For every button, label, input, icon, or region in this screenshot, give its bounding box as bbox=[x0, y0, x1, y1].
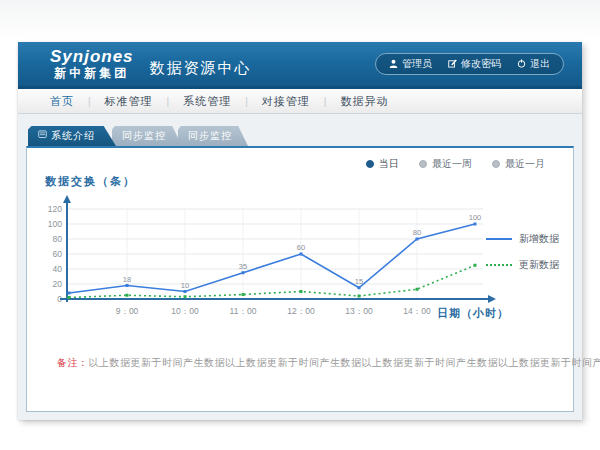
tab-bar: 系统介绍 同步监控 同步监控 bbox=[28, 126, 574, 146]
svg-text:80: 80 bbox=[413, 228, 421, 237]
footnote: 备注：以上数据更新于时间产生数据以上数据更新于时间产生数据以上数据更新于时间产生… bbox=[57, 356, 600, 370]
chart-panel: 当日 最近一周 最近一月 数据交换（条） 0204060801001209：00… bbox=[26, 146, 574, 412]
dotted-line-swatch-icon bbox=[486, 264, 512, 266]
tab-label: 同步监控 bbox=[188, 126, 232, 146]
svg-text:60: 60 bbox=[53, 249, 63, 259]
current-user-label: 管理员 bbox=[402, 57, 432, 71]
legend-label: 新增数据 bbox=[519, 232, 559, 246]
svg-text:40: 40 bbox=[53, 264, 63, 274]
svg-text:80: 80 bbox=[53, 234, 63, 244]
nav-item-home[interactable]: 首页 bbox=[36, 94, 88, 109]
app-window: Synjones 新中新集团 数据资源中心 管理员 修改密码 退出 bbox=[18, 42, 582, 420]
svg-text:100: 100 bbox=[48, 219, 62, 229]
nav-item-system-mgmt[interactable]: 系统管理 bbox=[169, 94, 245, 109]
page-title: 数据资源中心 bbox=[150, 51, 252, 78]
change-password-label: 修改密码 bbox=[461, 57, 501, 71]
nav-item-data-change[interactable]: 数据异动 bbox=[326, 94, 402, 109]
power-icon bbox=[517, 59, 526, 70]
svg-text:12：00: 12：00 bbox=[287, 306, 315, 316]
svg-text:9：00: 9：00 bbox=[116, 306, 139, 316]
svg-text:10：00: 10：00 bbox=[171, 306, 199, 316]
range-radio-group: 当日 最近一周 最近一月 bbox=[366, 157, 545, 171]
tab-sync-monitor-1[interactable]: 同步监控 bbox=[112, 126, 182, 146]
nav-item-interface-mgmt[interactable]: 对接管理 bbox=[248, 94, 324, 109]
app-header: Synjones 新中新集团 数据资源中心 管理员 修改密码 退出 bbox=[18, 42, 582, 89]
logo-text-en: Synjones bbox=[50, 48, 134, 67]
logout-label: 退出 bbox=[530, 57, 550, 71]
main-nav: 首页 | 标准管理 | 系统管理 | 对接管理 | 数据异动 bbox=[18, 89, 582, 114]
y-axis-title: 数据交换（条） bbox=[45, 174, 136, 189]
svg-text:120: 120 bbox=[48, 204, 62, 214]
svg-text:13：00: 13：00 bbox=[345, 306, 373, 316]
radio-dot-icon bbox=[419, 160, 427, 168]
logout-button[interactable]: 退出 bbox=[517, 57, 550, 71]
svg-text:20: 20 bbox=[53, 279, 63, 289]
x-axis-title: 日期（小时） bbox=[437, 306, 509, 321]
legend-item-new-data: 新增数据 bbox=[486, 232, 559, 246]
tab-sync-monitor-2[interactable]: 同步监控 bbox=[178, 126, 248, 146]
svg-text:60: 60 bbox=[297, 243, 305, 252]
user-icon bbox=[389, 59, 398, 70]
radio-today[interactable]: 当日 bbox=[366, 157, 399, 171]
radio-label: 最近一周 bbox=[432, 157, 472, 171]
svg-text:35: 35 bbox=[239, 262, 247, 271]
radio-dot-icon bbox=[492, 160, 500, 168]
svg-text:18: 18 bbox=[123, 275, 131, 284]
svg-text:100: 100 bbox=[469, 213, 482, 222]
chart-legend: 新增数据 更新数据 bbox=[486, 232, 559, 284]
logo-text-cn: 新中新集团 bbox=[50, 67, 134, 80]
legend-item-update-data: 更新数据 bbox=[486, 258, 559, 272]
current-user[interactable]: 管理员 bbox=[389, 57, 432, 71]
edit-icon bbox=[448, 59, 457, 70]
document-icon bbox=[38, 126, 47, 146]
tab-label: 系统介绍 bbox=[51, 126, 95, 146]
svg-text:14：00: 14：00 bbox=[403, 306, 431, 316]
svg-text:11：00: 11：00 bbox=[230, 306, 257, 316]
radio-last-week[interactable]: 最近一周 bbox=[419, 157, 472, 171]
radio-label: 当日 bbox=[379, 157, 399, 171]
svg-text:10: 10 bbox=[181, 281, 189, 290]
radio-dot-icon bbox=[366, 160, 374, 168]
svg-text:15: 15 bbox=[355, 277, 363, 286]
company-logo: Synjones 新中新集团 bbox=[50, 48, 134, 80]
nav-item-standard-mgmt[interactable]: 标准管理 bbox=[91, 94, 167, 109]
legend-label: 更新数据 bbox=[519, 258, 559, 272]
tab-label: 同步监控 bbox=[122, 126, 166, 146]
change-password-button[interactable]: 修改密码 bbox=[448, 57, 501, 71]
user-toolbar: 管理员 修改密码 退出 bbox=[375, 53, 564, 75]
chart-canvas: 0204060801001209：0010：0011：0012：0013：001… bbox=[47, 194, 497, 322]
tab-system-intro[interactable]: 系统介绍 bbox=[28, 126, 116, 146]
solid-line-swatch-icon bbox=[486, 238, 512, 240]
radio-last-month[interactable]: 最近一月 bbox=[492, 157, 545, 171]
footnote-text: 以上数据更新于时间产生数据以上数据更新于时间产生数据以上数据更新于时间产生数据以… bbox=[89, 357, 600, 368]
content-area: 系统介绍 同步监控 同步监控 当日 最近一周 bbox=[18, 114, 582, 412]
footnote-label: 备注： bbox=[57, 357, 89, 368]
radio-label: 最近一月 bbox=[505, 157, 545, 171]
line-chart: 0204060801001209：0010：0011：0012：0013：001… bbox=[47, 194, 497, 326]
